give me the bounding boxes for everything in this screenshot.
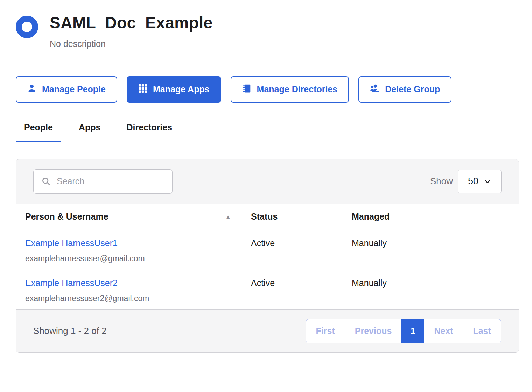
- page-size-control: Show 50: [430, 170, 502, 193]
- table-footer: Showing 1 - 2 of 2 First Previous 1 Next…: [16, 310, 519, 352]
- group-ring-icon: [16, 16, 38, 38]
- pagination-last-button[interactable]: Last: [463, 319, 501, 343]
- group-description: No description: [50, 39, 213, 49]
- status-cell: Active: [251, 278, 352, 288]
- table-header-row: Person & Username ▲ Status Managed: [16, 204, 519, 230]
- table-row: Example HarnessUser2 exampleharnessuser2…: [16, 270, 519, 310]
- page-size-value: 50: [468, 176, 478, 187]
- column-header-status[interactable]: Status: [251, 212, 352, 222]
- pagination-first-button[interactable]: First: [306, 319, 345, 343]
- manage-directories-button[interactable]: Manage Directories: [231, 76, 349, 103]
- page-title: SAML_Doc_Example: [50, 14, 213, 32]
- results-summary: Showing 1 - 2 of 2: [33, 326, 107, 336]
- managed-cell: Manually: [352, 238, 519, 248]
- column-header-managed[interactable]: Managed: [352, 212, 519, 222]
- person-icon: [27, 84, 36, 95]
- remove-person-icon: [370, 84, 379, 95]
- person-email: exampleharnessuser2@gmail.com: [25, 294, 251, 303]
- apps-grid-icon: [138, 84, 147, 95]
- manage-people-button[interactable]: Manage People: [16, 76, 117, 103]
- tab-apps[interactable]: Apps: [70, 122, 109, 142]
- search-icon: [41, 177, 51, 186]
- group-header-text: SAML_Doc_Example No description: [50, 14, 213, 49]
- pagination-next-button[interactable]: Next: [424, 319, 463, 343]
- page-size-dropdown[interactable]: 50: [458, 170, 502, 193]
- pagination-previous-button[interactable]: Previous: [345, 319, 402, 343]
- pagination-page-1-button[interactable]: 1: [401, 319, 424, 343]
- manage-directories-label: Manage Directories: [257, 84, 338, 94]
- status-cell: Active: [251, 238, 352, 248]
- action-buttons: Manage People Manage Apps: [16, 76, 519, 103]
- pagination: First Previous 1 Next Last: [306, 319, 501, 343]
- manage-people-label: Manage People: [42, 84, 106, 94]
- directory-notebook-icon: [242, 84, 251, 95]
- column-header-person[interactable]: Person & Username ▲: [16, 212, 251, 222]
- search-box: [33, 169, 173, 194]
- person-name-link[interactable]: Example HarnessUser1: [25, 238, 118, 248]
- person-email: exampleharnessuser@gmail.com: [25, 254, 251, 263]
- person-cell: Example HarnessUser2 exampleharnessuser2…: [16, 278, 251, 303]
- group-header: SAML_Doc_Example No description: [16, 14, 519, 49]
- delete-group-button[interactable]: Delete Group: [358, 76, 451, 103]
- manage-apps-button[interactable]: Manage Apps: [127, 76, 221, 103]
- tab-bar: People Apps Directories: [16, 122, 532, 142]
- person-name-link[interactable]: Example HarnessUser2: [25, 278, 118, 288]
- people-table-panel: Show 50 Person & Username ▲ Status Manag…: [16, 159, 519, 353]
- chevron-down-icon: [484, 178, 491, 185]
- sort-ascending-icon: ▲: [225, 214, 231, 219]
- person-cell: Example HarnessUser1 exampleharnessuser@…: [16, 238, 251, 263]
- search-input[interactable]: [34, 170, 172, 193]
- table-toolbar: Show 50: [16, 159, 519, 204]
- group-page: SAML_Doc_Example No description Manage P…: [0, 0, 532, 353]
- table-row: Example HarnessUser1 exampleharnessuser@…: [16, 230, 519, 270]
- tab-directories[interactable]: Directories: [118, 122, 181, 142]
- tab-people[interactable]: People: [16, 122, 61, 142]
- show-label: Show: [430, 176, 453, 187]
- delete-group-label: Delete Group: [385, 84, 440, 94]
- manage-apps-label: Manage Apps: [153, 84, 210, 94]
- person-column-label: Person & Username: [25, 212, 108, 222]
- managed-cell: Manually: [352, 278, 519, 288]
